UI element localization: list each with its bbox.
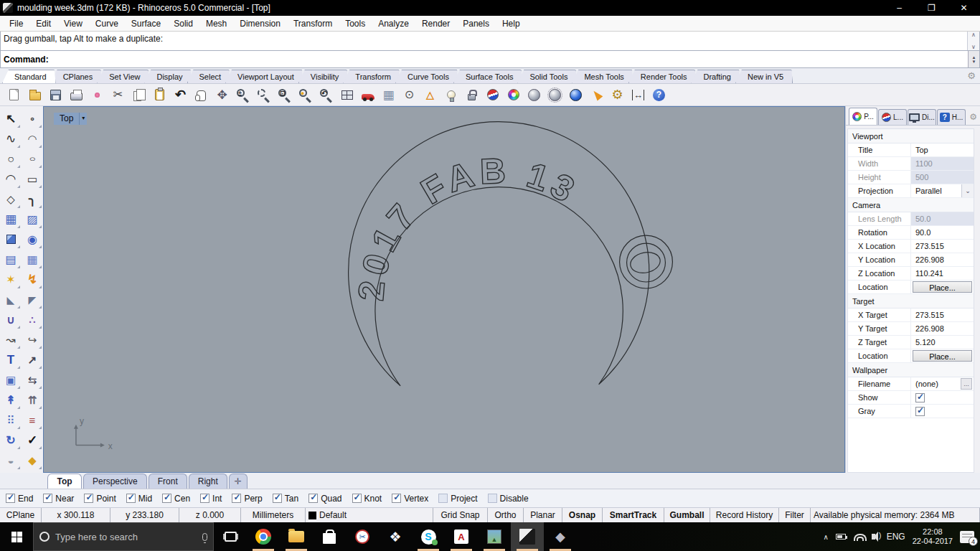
render-paint-button[interactable]: ◆ — [22, 451, 42, 470]
viewport-tab-front[interactable]: Front — [149, 474, 187, 489]
menu-item-analyze[interactable]: Analyze — [372, 17, 415, 30]
lock-button[interactable] — [462, 85, 481, 105]
open-file-button[interactable] — [25, 85, 44, 105]
toolbar-tab-solid-tools[interactable]: Solid Tools — [517, 70, 577, 83]
property-value-projection[interactable]: Parallel⌄ — [911, 184, 974, 197]
microphone-icon[interactable] — [202, 533, 207, 541]
array-linear-button[interactable]: ≡ — [22, 410, 42, 430]
cut-button[interactable]: ✂ — [108, 85, 128, 105]
property-value-y-location[interactable]: 226.908 — [911, 253, 974, 266]
twist-button[interactable]: ↻ — [1, 430, 21, 450]
box-button[interactable] — [1, 230, 21, 249]
osnap-toggle[interactable]: Osnap — [562, 508, 603, 522]
restore-button[interactable]: ❐ — [915, 0, 948, 16]
point-button[interactable]: ∘ — [22, 109, 42, 128]
osnap-checkbox-quad[interactable] — [308, 494, 318, 503]
split-button[interactable]: ◤ — [22, 290, 42, 309]
ellipse-button[interactable]: ○ — [22, 149, 42, 169]
notifications-button[interactable] — [587, 85, 606, 105]
viewport-title-dropdown-icon[interactable]: ▾ — [79, 113, 87, 125]
tab-display[interactable]: Di... — [908, 109, 936, 125]
ghosted-display-button[interactable] — [545, 85, 565, 105]
menu-item-panels[interactable]: Panels — [456, 17, 496, 30]
osnap-int[interactable]: Int — [200, 494, 222, 504]
osnap-checkbox-perp[interactable] — [232, 494, 241, 503]
planar-toggle[interactable]: Planar — [524, 508, 562, 522]
rotate-view-button[interactable]: ✥ — [212, 85, 232, 105]
osnap-checkbox-disable[interactable] — [488, 494, 497, 503]
osnap-end[interactable]: End — [6, 494, 33, 504]
zoom-selected-button[interactable]: ● — [296, 85, 315, 105]
start-button[interactable] — [0, 522, 33, 551]
osnap-perp[interactable]: Perp — [232, 494, 262, 504]
search-box[interactable]: Type here to search — [33, 522, 214, 551]
arrange-button[interactable]: ▣ — [1, 370, 21, 390]
record-history-toggle[interactable]: Record History — [710, 508, 779, 522]
copy-button[interactable] — [129, 85, 149, 105]
property-value-z-target[interactable]: 5.120 — [911, 336, 974, 349]
group-button[interactable]: ∴ — [22, 310, 42, 329]
checkbox-gray[interactable] — [915, 407, 925, 416]
menu-item-surface[interactable]: Surface — [125, 17, 167, 30]
undo-button[interactable]: ↶ — [171, 85, 190, 105]
surface-from-points-button[interactable]: ▦ — [1, 209, 21, 229]
battery-icon[interactable] — [836, 534, 846, 540]
dimension-button[interactable]: ↔ — [628, 85, 648, 105]
tab-layers[interactable]: L... — [878, 109, 907, 125]
toolbar-tabs-gear-icon[interactable]: ⚙ — [967, 70, 976, 81]
menu-item-render[interactable]: Render — [415, 17, 456, 30]
circle-button[interactable]: ○ — [1, 149, 21, 169]
osnap-point[interactable]: Point — [84, 494, 116, 504]
cplane-button[interactable]: CPlane — [0, 508, 42, 522]
toolbar-tab-transform[interactable]: Transform — [343, 70, 400, 83]
toolbar-tab-set-view[interactable]: Set View — [97, 70, 149, 83]
join-button[interactable]: ∪ — [1, 310, 21, 329]
dropdown-chevron-icon[interactable]: ⌄ — [961, 184, 974, 197]
checkbox-show[interactable] — [915, 393, 925, 402]
curve-button[interactable]: ∿ — [1, 129, 21, 149]
menu-item-dimension[interactable]: Dimension — [233, 17, 287, 30]
cplane-button[interactable]: ▦ — [379, 85, 398, 105]
adjust-end-button[interactable]: ↝ — [1, 330, 21, 349]
text-button[interactable]: T — [1, 350, 21, 369]
boolean-union-button[interactable]: ✶ — [1, 270, 21, 289]
undo-view-button[interactable]: ↶ — [316, 85, 336, 105]
osnap-checkbox-end[interactable] — [6, 494, 15, 503]
menu-item-view[interactable]: View — [57, 17, 89, 30]
array-button[interactable]: ⠿ — [1, 410, 21, 430]
osnap-checkbox-tan[interactable] — [273, 494, 282, 503]
tab-help[interactable]: ?H... — [937, 109, 966, 125]
toolbar-tab-viewport-layout[interactable]: Viewport Layout — [225, 70, 303, 83]
osnap-checkbox-cen[interactable] — [162, 494, 171, 503]
action-center-icon[interactable]: 4 — [960, 531, 974, 543]
ortho-toggle[interactable]: Ortho — [488, 508, 524, 522]
viewport-tab-top[interactable]: Top — [47, 474, 82, 489]
trim-button[interactable]: ◣ — [1, 290, 21, 309]
speaker-icon[interactable] — [872, 534, 875, 540]
place-button[interactable]: Place... — [913, 281, 972, 293]
osnap-checkbox-vertex[interactable] — [392, 494, 401, 503]
gumball-toggle[interactable]: Gumball — [664, 508, 710, 522]
command-history-scrollbar[interactable]: ∧ ∨ — [967, 32, 979, 50]
command-history[interactable]: Drag gumball, tap Alt to make a duplicat… — [0, 32, 980, 51]
surface-patch-button[interactable]: ▨ — [22, 209, 42, 229]
toolbar-tab-visibility[interactable]: Visibility — [298, 70, 349, 83]
rendered-display-button[interactable] — [566, 85, 585, 105]
property-value-rotation[interactable]: 90.0 — [911, 226, 974, 239]
place-button[interactable]: Place... — [913, 350, 972, 362]
menu-item-mesh[interactable]: Mesh — [199, 17, 233, 30]
wifi-icon[interactable] — [853, 532, 864, 541]
osnap-vertex[interactable]: Vertex — [392, 494, 428, 504]
explode-button[interactable]: ↯ — [22, 270, 42, 289]
options-button[interactable]: ⚙ — [608, 85, 627, 105]
taskbar-chrome[interactable] — [247, 522, 280, 551]
named-view-button[interactable] — [358, 85, 377, 105]
taskbar-rhino[interactable] — [511, 522, 544, 551]
taskbar-photos[interactable]: ▲ — [478, 522, 511, 551]
browse-button[interactable]: ... — [961, 378, 972, 390]
property-value-y-target[interactable]: 226.908 — [911, 322, 974, 335]
taskbar-snipping-tool[interactable]: ✂ — [346, 522, 379, 551]
toolbar-tab-mesh-tools[interactable]: Mesh Tools — [572, 70, 633, 83]
sphere-button[interactable]: ◉ — [22, 230, 42, 249]
osnap-checkbox-knot[interactable] — [352, 494, 362, 503]
